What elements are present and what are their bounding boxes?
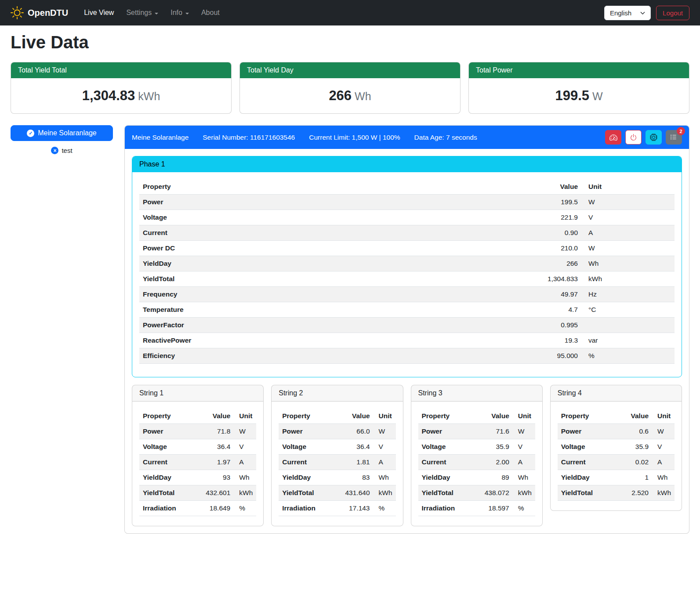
unit-cell: kWh — [374, 485, 396, 501]
device-info-button[interactable] — [646, 130, 662, 145]
gauge-icon — [609, 134, 617, 141]
property-cell: Irradiation — [279, 501, 337, 516]
table-row: Power0.6W — [558, 424, 675, 439]
value-cell: 83 — [337, 470, 374, 485]
table-header-row: Property Value Unit — [558, 409, 675, 424]
property-cell: Voltage — [558, 439, 616, 455]
string-card-body: Property Value Unit Power66.0WVoltage36.… — [272, 402, 403, 526]
value-cell: 95.000 — [524, 348, 581, 364]
table-row: PowerFactor0.995 — [139, 318, 675, 333]
language-select[interactable]: English — [604, 6, 651, 20]
property-cell: YieldDay — [558, 470, 616, 485]
property-cell: Voltage — [139, 439, 198, 455]
property-cell: Current — [139, 225, 524, 241]
property-cell: YieldDay — [139, 256, 524, 271]
property-cell: Power — [139, 424, 198, 439]
value-cell: 199.5 — [524, 195, 581, 210]
limit-settings-button[interactable] — [605, 130, 621, 145]
inverter-select-button[interactable]: ✓ Meine Solaranlage — [11, 125, 113, 141]
string-card-title: String 3 — [411, 385, 542, 402]
table-row: Efficiency95.000% — [139, 348, 675, 364]
table-row: Power DC210.0W — [139, 241, 675, 256]
string-table: Property Value Unit Power0.6WVoltage35.9… — [558, 409, 675, 501]
table-row: Temperature4.7°C — [139, 302, 675, 318]
table-row: Voltage36.4V — [279, 439, 395, 455]
value-cell: 1,304.833 — [524, 271, 581, 287]
value-cell: 4.7 — [524, 302, 581, 318]
property-cell: Efficiency — [139, 348, 524, 364]
unit-cell: A — [652, 455, 675, 470]
inverter-name: Meine Solaranlage — [132, 134, 189, 141]
property-cell: Power — [418, 424, 477, 439]
string-card-3: String 3 Property Value Unit Power71.6WV… — [411, 385, 543, 526]
nav-item-about[interactable]: About — [195, 5, 226, 20]
value-cell: 438.072 — [477, 485, 513, 501]
brand[interactable]: OpenDTU — [11, 6, 68, 19]
value-cell: 0.90 — [524, 225, 581, 241]
unit-cell: Wh — [234, 470, 256, 485]
inverter-serial: Serial Number: 116171603546 — [203, 134, 295, 141]
page-title: Live Data — [11, 33, 689, 52]
unit-cell: V — [513, 439, 535, 455]
navbar: OpenDTU Live View Settings Info About En… — [0, 0, 700, 25]
property-cell: Voltage — [418, 439, 477, 455]
sun-icon — [11, 6, 24, 19]
total-yield-day-unit: Wh — [355, 90, 371, 102]
table-row: YieldDay1Wh — [558, 470, 675, 485]
chevron-down-icon — [185, 13, 189, 14]
string-card-1: String 1 Property Value Unit Power71.8WV… — [132, 385, 264, 526]
string-card-2: String 2 Property Value Unit Power66.0WV… — [271, 385, 403, 526]
table-row: Power71.8W — [139, 424, 256, 439]
phase-card: Phase 1 Property Value Unit Power199.5WV… — [132, 156, 682, 377]
event-log-button[interactable]: 2 — [666, 130, 682, 145]
column-header-property: Property — [558, 409, 616, 424]
value-cell: 36.4 — [337, 439, 374, 455]
card-title: Total Power — [469, 62, 689, 78]
value-cell: 66.0 — [337, 424, 374, 439]
property-cell: YieldDay — [418, 470, 477, 485]
table-row: Frequency49.97Hz — [139, 287, 675, 302]
unit-cell: V — [652, 439, 675, 455]
power-control-button[interactable] — [625, 130, 642, 145]
list-icon — [670, 134, 678, 141]
main-row: ✓ Meine Solaranlage × test Meine Solaran… — [11, 125, 689, 534]
property-cell: Current — [418, 455, 477, 470]
table-header-row: Property Value Unit — [279, 409, 395, 424]
property-cell: Voltage — [279, 439, 337, 455]
total-power-card: Total Power 199.5W — [468, 62, 689, 114]
inverter-item-test-label: test — [62, 147, 72, 154]
unit-cell — [581, 318, 675, 333]
logout-button[interactable]: Logout — [656, 6, 689, 20]
inverter-item-test[interactable]: × test — [11, 147, 113, 154]
column-header-value: Value — [616, 409, 652, 424]
string-card-title: String 1 — [132, 385, 263, 402]
property-cell: ReactivePower — [139, 333, 524, 348]
string-card-body: Property Value Unit Power71.8WVoltage36.… — [132, 402, 263, 526]
nav-item-settings[interactable]: Settings — [120, 5, 164, 20]
nav-item-info[interactable]: Info — [164, 5, 195, 20]
nav-item-live-view[interactable]: Live View — [78, 5, 120, 20]
table-row: Current0.02A — [558, 455, 675, 470]
property-cell: Power DC — [139, 241, 524, 256]
table-row: Irradiation17.143% — [279, 501, 395, 516]
value-cell: 0.02 — [616, 455, 652, 470]
value-cell: 19.3 — [524, 333, 581, 348]
unit-cell: W — [581, 241, 675, 256]
nav-item-settings-label: Settings — [126, 9, 152, 17]
inverter-select-label: Meine Solaranlage — [38, 129, 96, 137]
value-cell: 0.995 — [524, 318, 581, 333]
property-cell: YieldDay — [279, 470, 337, 485]
unit-cell: W — [581, 195, 675, 210]
value-cell: 0.6 — [616, 424, 652, 439]
table-row: YieldTotal432.601kWh — [139, 485, 256, 501]
x-circle-icon: × — [51, 147, 58, 154]
value-cell: 35.9 — [477, 439, 513, 455]
string-card-title: String 4 — [551, 385, 682, 402]
table-row: YieldDay83Wh — [279, 470, 395, 485]
value-cell: 266 — [524, 256, 581, 271]
unit-cell: V — [234, 439, 256, 455]
chevron-down-icon — [155, 13, 158, 14]
unit-cell: kWh — [581, 271, 675, 287]
property-cell: Irradiation — [418, 501, 477, 516]
unit-cell: var — [581, 333, 675, 348]
